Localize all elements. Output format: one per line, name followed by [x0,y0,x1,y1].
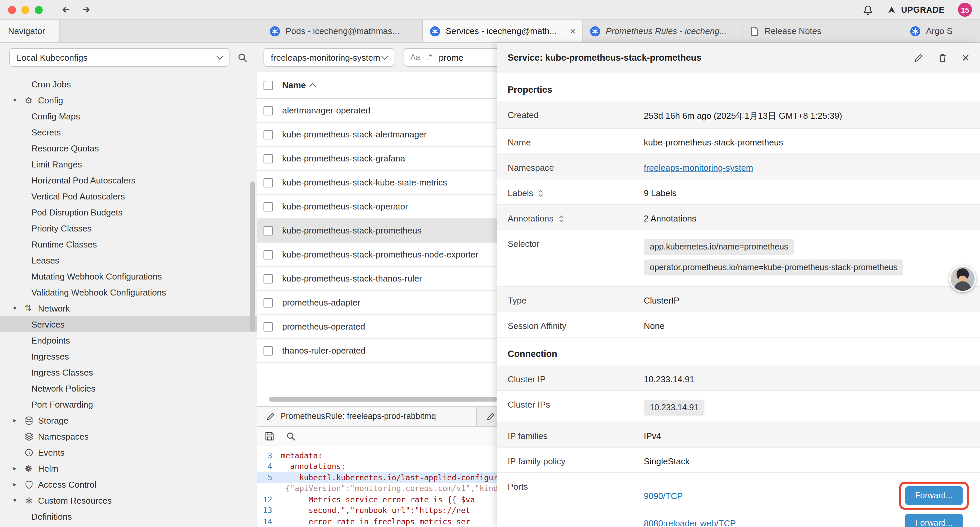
sidebar-item[interactable]: Events [0,444,257,460]
tab[interactable]: Pods - icecheng@mathmas... × [263,20,423,42]
sidebar-item[interactable]: ▸ ☸ Helm [0,460,257,476]
assistant-avatar[interactable] [949,266,976,292]
table-row[interactable]: kube-prometheus-stack-thanos-ruler [257,267,497,291]
sidebar-scrollbar[interactable] [250,182,255,331]
table-row[interactable]: prometheus-adapter [257,291,497,315]
expand-arrow-icon[interactable]: ▸ [13,465,25,471]
tab[interactable]: Services - icecheng@math... × [423,20,583,42]
expand-arrow-icon[interactable]: ▾ [13,305,25,312]
table-row[interactable]: kube-prometheus-stack-alertmanager [257,123,497,147]
editor-line: 13 second.","runbook_url":"https://net [257,505,497,516]
match-case-toggle[interactable]: Aa [410,53,420,62]
annotations-expand-icon[interactable] [558,215,564,223]
sidebar-item[interactable]: Definitions [0,508,257,524]
sidebar-item[interactable]: Vertical Pod Autoscalers [0,188,257,204]
sidebar-item[interactable]: ▾ ⇅ Network [0,300,257,316]
namespace-filter-dropdown[interactable]: freeleaps-monitoring-system [264,48,394,67]
list-search-input[interactable]: Aa .* prome [404,48,497,67]
table-row[interactable]: kube-prometheus-stack-operator [257,195,497,219]
table-row[interactable]: kube-prometheus-stack-prometheus-node-ex… [257,243,497,267]
row-checkbox[interactable] [264,178,273,187]
expand-arrow-icon[interactable]: ▾ [13,497,25,504]
sidebar-item[interactable]: Config Maps [0,108,257,124]
row-checkbox[interactable] [264,274,273,283]
sidebar-item[interactable]: Resource Quotas [0,140,257,156]
upgrade-button[interactable]: UPGRADE [886,5,945,15]
sidebar-item[interactable]: ▾ Custom Resources [0,492,257,508]
notification-count-badge[interactable]: 15 [958,3,972,17]
kubeconfig-selector[interactable]: Local Kubeconfigs [10,48,229,67]
sidebar-item[interactable]: Priority Classes [0,220,257,236]
table-row[interactable]: prometheus-operated [257,315,497,339]
dock-tab-partial[interactable] [477,407,497,426]
horizontal-scrollbar-thumb[interactable] [269,396,497,401]
minimize-window-button[interactable] [21,6,29,14]
select-all-checkbox[interactable] [264,80,273,90]
tab[interactable]: Prometheus Rules - icecheng... × [583,20,743,42]
sidebar-item[interactable]: Network Policies [0,380,257,396]
close-window-button[interactable] [8,6,16,14]
sidebar-item[interactable]: ▾ ⚙ Config [0,92,257,108]
row-checkbox[interactable] [264,250,273,259]
sidebar-item[interactable]: Ingress Classes [0,364,257,380]
tab[interactable]: Release Notes × [743,20,903,42]
sidebar-item[interactable]: Mutating Webhook Configurations [0,268,257,284]
notifications-bell-icon[interactable] [862,4,873,15]
edit-pencil-icon[interactable] [914,53,923,62]
expand-arrow-icon[interactable]: ▸ [13,481,25,488]
sidebar-item[interactable]: Runtime Classes [0,236,257,252]
search-value: prome [439,53,463,62]
yaml-editor[interactable]: 3 metadata: 4 annotations: 5 kubectl.kub… [257,446,497,527]
row-checkbox[interactable] [264,202,273,211]
sidebar-item[interactable]: Pod Disruption Budgets [0,204,257,220]
row-checkbox[interactable] [264,226,273,235]
forward-button[interactable]: Forward... [905,514,963,527]
row-checkbox[interactable] [264,322,273,331]
expand-arrow-icon[interactable]: ▾ [13,97,25,103]
forward-arrow-icon[interactable] [81,4,92,15]
table-row[interactable]: kube-prometheus-stack-prometheus [257,219,497,243]
sidebar-item[interactable]: Port Forwarding [0,396,257,412]
sidebar-item[interactable]: Validating Webhook Configurations [0,284,257,300]
sidebar-item[interactable]: Ingresses [0,348,257,364]
sidebar-item[interactable]: Cron Jobs [0,76,257,92]
delete-trash-icon[interactable] [938,53,947,62]
sidebar-search-icon[interactable] [237,53,248,62]
row-checkbox[interactable] [264,346,273,355]
close-drawer-icon[interactable]: × [962,51,969,64]
port-link[interactable]: 9090/TCP [644,490,683,501]
doc-icon [750,26,759,36]
sidebar-item[interactable]: Namespaces [0,428,257,444]
tab-close-icon[interactable]: × [570,26,576,36]
tab[interactable]: Argo S × [903,20,980,42]
name-column-header[interactable]: Name [282,80,315,90]
sidebar-item[interactable]: Services [0,316,257,332]
sidebar-item[interactable]: Limit Ranges [0,156,257,172]
row-checkbox[interactable] [264,298,273,307]
table-row[interactable]: kube-prometheus-stack-grafana [257,147,497,171]
forward-button[interactable]: Forward... [905,486,963,505]
sidebar-item[interactable]: Leases [0,252,257,268]
sidebar-item[interactable]: Secrets [0,124,257,140]
maximize-window-button[interactable] [35,6,43,14]
sidebar-item[interactable]: ▸ Access Control [0,476,257,492]
sidebar-item[interactable]: Endpoints [0,332,257,348]
table-row[interactable]: alertmanager-operated [257,99,497,123]
sidebar-item[interactable]: ▸ Storage [0,412,257,428]
save-icon[interactable] [265,431,274,441]
back-arrow-icon[interactable] [60,4,72,15]
regex-toggle[interactable]: .* [426,53,432,62]
dock-tab-prometheusrule[interactable]: PrometheusRule: freeleaps-prod-rabbitmq [257,407,477,426]
expand-arrow-icon[interactable]: ▸ [13,417,25,424]
drawer-body: Properties Created 253d 16h 6m ago (2025… [497,73,980,527]
row-checkbox[interactable] [264,154,273,163]
table-row[interactable]: kube-prometheus-stack-kube-state-metrics [257,171,497,195]
row-checkbox[interactable] [264,130,273,139]
table-row[interactable]: thanos-ruler-operated [257,339,497,363]
labels-expand-icon[interactable] [538,189,544,197]
editor-search-icon[interactable] [286,431,296,441]
port-link[interactable]: 8080:reloader-web/TCP [644,518,736,527]
sidebar-item[interactable]: Horizontal Pod Autoscalers [0,172,257,188]
namespace-link[interactable]: freeleaps-monitoring-system [644,163,753,173]
row-checkbox[interactable] [264,106,273,115]
